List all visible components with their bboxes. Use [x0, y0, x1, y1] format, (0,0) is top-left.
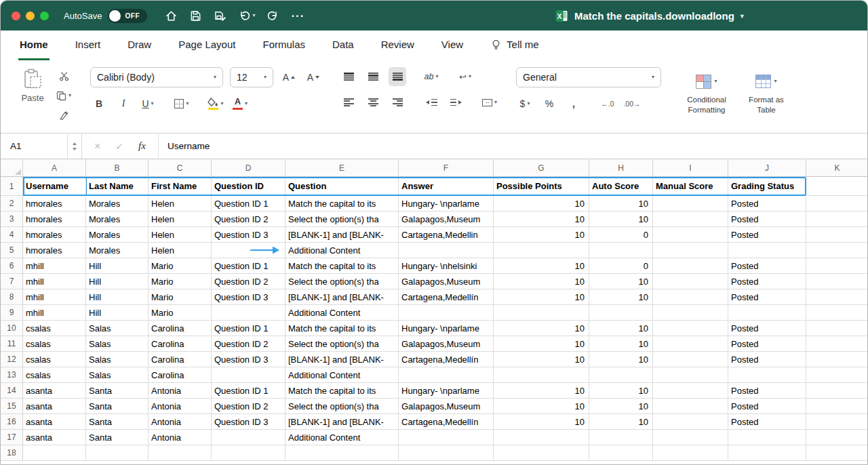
cell-D12[interactable]: Question ID 3	[212, 352, 285, 367]
column-header-E[interactable]: E	[285, 159, 399, 177]
cell-C9[interactable]: Mario	[149, 305, 212, 321]
cell-B12[interactable]: Salas	[86, 352, 149, 367]
cell-B17[interactable]: Santa	[86, 430, 149, 445]
increase-indent-button[interactable]	[447, 93, 465, 112]
cell-J9[interactable]	[728, 305, 806, 321]
cell-A13[interactable]: csalas	[23, 367, 86, 383]
fullscreen-window-button[interactable]	[40, 12, 49, 20]
cell-A17[interactable]: asanta	[23, 430, 86, 445]
tab-review[interactable]: Review	[380, 31, 416, 60]
cell-B8[interactable]: Hill	[86, 289, 149, 305]
select-all-corner[interactable]	[1, 159, 23, 177]
font-size-select[interactable]: 12 ▾	[230, 67, 273, 87]
cell-I17[interactable]	[653, 430, 728, 445]
align-left-button[interactable]	[340, 93, 357, 112]
cell-D11[interactable]: Question ID 2	[212, 336, 285, 352]
cell-E1[interactable]: Question	[285, 177, 399, 196]
cell-D3[interactable]: Question ID 2	[212, 211, 285, 227]
cell-H1[interactable]: Auto Score	[589, 177, 653, 196]
tab-insert[interactable]: Insert	[74, 31, 102, 60]
cell-G13[interactable]	[494, 367, 589, 383]
confirm-entry-icon[interactable]: ✓	[115, 141, 123, 152]
font-color-button[interactable]: A ▾	[231, 94, 249, 113]
conditional-formatting-button[interactable]: ▾ Conditional Formatting	[679, 73, 734, 129]
cell-E12[interactable]: [BLANK-1] and [BLANK-	[285, 352, 399, 367]
cell-E14[interactable]: Match the capital to its	[285, 383, 399, 399]
cell-G9[interactable]	[494, 305, 589, 321]
cell-H6[interactable]: 0	[589, 258, 653, 274]
row-header-15[interactable]: 15	[1, 399, 23, 414]
cell-C11[interactable]: Carolina	[149, 336, 212, 352]
cell-H17[interactable]	[589, 430, 653, 445]
more-toolbar-options-button[interactable]: ···	[291, 10, 304, 22]
orientation-button[interactable]: ab ▾	[422, 67, 440, 86]
row-header-16[interactable]: 16	[1, 414, 23, 430]
tab-page-layout[interactable]: Page Layout	[177, 31, 237, 60]
cell-J11[interactable]: Posted	[728, 336, 806, 352]
cell-I6[interactable]	[653, 258, 728, 274]
align-right-button[interactable]	[389, 93, 406, 112]
cell-I9[interactable]	[653, 305, 728, 321]
cell-C18[interactable]	[149, 445, 212, 461]
percent-format-button[interactable]: %	[540, 94, 558, 113]
document-title-area[interactable]: X Match the capitals.downloadlong ▾	[555, 1, 744, 31]
cell-D4[interactable]: Question ID 3	[212, 227, 285, 243]
cell-I18[interactable]	[653, 445, 728, 461]
align-middle-button[interactable]	[364, 67, 382, 86]
number-format-select[interactable]: General ▾	[516, 67, 661, 87]
cell-G8[interactable]: 10	[494, 289, 589, 305]
cell-E7[interactable]: Select the option(s) tha	[285, 274, 399, 289]
cell-H14[interactable]: 10	[589, 383, 653, 399]
row-header-12[interactable]: 12	[1, 352, 23, 367]
cell-K16[interactable]	[806, 414, 868, 430]
close-window-button[interactable]	[12, 12, 20, 20]
cell-J2[interactable]: Posted	[728, 196, 806, 211]
cell-J14[interactable]: Posted	[728, 383, 806, 399]
align-top-button[interactable]	[340, 67, 357, 86]
font-name-select[interactable]: Calibri (Body) ▾	[90, 67, 223, 87]
cell-G15[interactable]: 10	[494, 399, 589, 414]
cancel-entry-icon[interactable]: ×	[94, 140, 100, 153]
row-header-17[interactable]: 17	[1, 430, 23, 445]
row-header-10[interactable]: 10	[1, 321, 23, 336]
column-header-B[interactable]: B	[86, 159, 149, 177]
cell-K13[interactable]	[806, 367, 868, 383]
cell-K5[interactable]	[806, 243, 868, 258]
cell-B3[interactable]: Morales	[86, 211, 149, 227]
cell-H4[interactable]: 0	[589, 227, 653, 243]
cell-J1[interactable]: Grading Status	[728, 177, 806, 196]
cell-H7[interactable]: 10	[589, 274, 653, 289]
name-box[interactable]: A1	[1, 134, 82, 159]
row-header-13[interactable]: 13	[1, 367, 23, 383]
cell-E5[interactable]: Additional Content	[285, 243, 399, 258]
redo-button[interactable]	[267, 9, 279, 22]
cell-J7[interactable]: Posted	[728, 274, 806, 289]
cell-I8[interactable]	[653, 289, 728, 305]
cell-F1[interactable]: Answer	[399, 177, 494, 196]
cell-A2[interactable]: hmorales	[23, 196, 86, 211]
cell-A3[interactable]: hmorales	[23, 211, 86, 227]
cell-B6[interactable]: Hill	[86, 258, 149, 274]
cell-H8[interactable]: 10	[589, 289, 653, 305]
cell-K15[interactable]	[806, 399, 868, 414]
fill-color-button[interactable]: ▾	[207, 94, 224, 113]
cell-G7[interactable]: 10	[494, 274, 589, 289]
autosave-toggle[interactable]: OFF	[108, 9, 147, 23]
cell-C8[interactable]: Mario	[149, 289, 212, 305]
cell-J17[interactable]	[728, 430, 806, 445]
column-header-H[interactable]: H	[589, 159, 653, 177]
minimize-window-button[interactable]	[26, 12, 35, 20]
cell-F7[interactable]: Galapagos,Museum	[399, 274, 494, 289]
cell-I14[interactable]	[653, 383, 728, 399]
cell-E3[interactable]: Select the option(s) tha	[285, 211, 399, 227]
cell-A16[interactable]: asanta	[23, 414, 86, 430]
cell-D13[interactable]	[212, 367, 285, 383]
cell-C2[interactable]: Helen	[149, 196, 212, 211]
cell-C13[interactable]: Carolina	[149, 367, 212, 383]
column-header-J[interactable]: J	[728, 159, 806, 177]
cell-I7[interactable]	[653, 274, 728, 289]
cell-C12[interactable]: Carolina	[149, 352, 212, 367]
comma-format-button[interactable]: ,	[565, 94, 583, 113]
cell-C17[interactable]: Antonia	[149, 430, 212, 445]
cell-D6[interactable]: Question ID 1	[212, 258, 285, 274]
